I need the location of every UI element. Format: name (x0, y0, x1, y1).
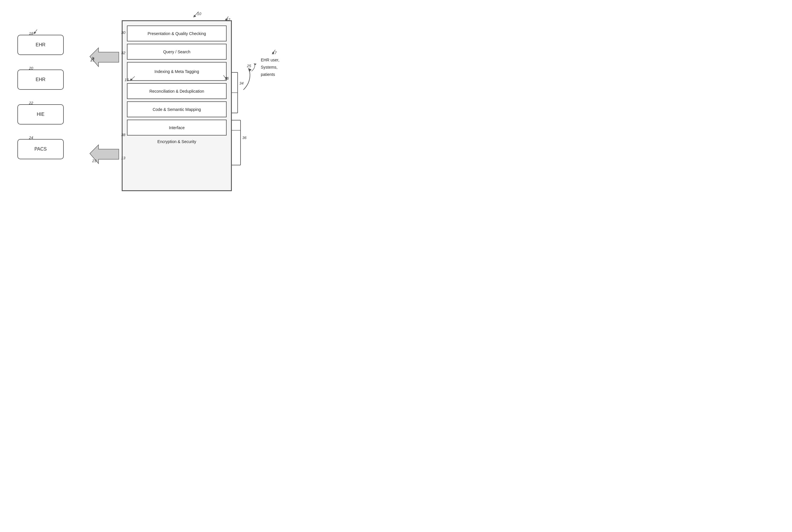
arrow-12 (224, 16, 230, 22)
comp-reconciliation: Reconciliation & Deduplication (127, 83, 227, 99)
svg-marker-18 (92, 57, 94, 60)
svg-marker-27 (272, 52, 274, 54)
arrow-21 (89, 56, 95, 62)
ehr-user-label: EHR user, Systems, patients (261, 56, 279, 78)
ref-36: 36 (242, 135, 246, 140)
ehr1-box: EHR (17, 35, 64, 55)
comp-presentation: Presentation & Quality Checking (127, 25, 227, 41)
arrow-18 (33, 29, 39, 35)
main-system-box: Presentation & Quality Checking Query / … (122, 20, 232, 191)
comp-code-semantic: Code & Semantic Mapping (127, 101, 227, 117)
ref-23: 23 (92, 159, 96, 163)
comp-indexing: Indexing & Meta Tagging (127, 62, 227, 81)
arrow-15 (129, 76, 136, 82)
ref-34: 34 (239, 81, 243, 86)
svg-marker-25 (254, 63, 256, 65)
svg-marker-20 (225, 19, 228, 21)
ehr2-box: EHR (17, 70, 64, 90)
arrow-16 (222, 75, 228, 80)
svg-marker-14 (193, 15, 196, 17)
ref-32: 32 (121, 51, 125, 55)
pacs-box: PACS (17, 139, 64, 159)
ref-13: 13 (121, 156, 125, 160)
comp-query-search: Query / Search (127, 44, 227, 60)
ref-30: 30 (121, 31, 125, 35)
diagram: 10 18 EHR 20 EHR 22 HIE 24 PACS 21 23 (0, 0, 290, 217)
ref-15: 15 (125, 78, 129, 82)
comp-encryption: Encryption & Security (127, 138, 227, 145)
svg-marker-16 (34, 32, 36, 34)
ref-38: 38 (121, 133, 125, 137)
hie-box: HIE (17, 104, 64, 125)
comp-interface: Interface (127, 120, 227, 135)
arrow-10 (191, 10, 200, 19)
arrow-17 (271, 49, 277, 55)
arrow-25 (250, 63, 257, 72)
